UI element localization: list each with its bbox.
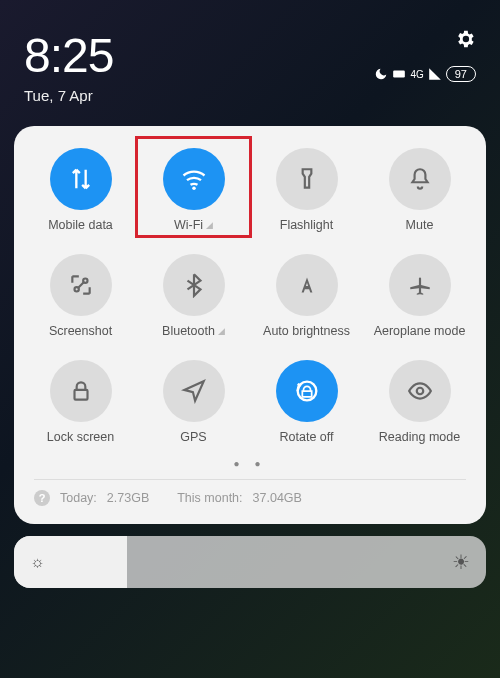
- tile-screenshot[interactable]: Screenshot: [28, 254, 133, 338]
- brightness-high-icon: ☀: [452, 550, 470, 574]
- status-bar: 8:25 Tue, 7 Apr 4G 97: [0, 0, 500, 104]
- tile-label: Aeroplane mode: [374, 324, 466, 338]
- quick-settings-panel: Mobile data Wi-Fi◢ Flashlight Mute Scree…: [14, 126, 486, 524]
- brightness-slider[interactable]: ☼ ☀: [14, 536, 486, 588]
- tile-label: Screenshot: [49, 324, 112, 338]
- svg-point-6: [416, 388, 423, 395]
- tile-label: Flashlight: [280, 218, 334, 232]
- mobile-data-icon: [67, 165, 95, 193]
- tile-label: Auto brightness: [263, 324, 350, 338]
- data-usage-row[interactable]: ? Today: 2.73GB This month: 37.04GB: [28, 490, 472, 512]
- tile-mute[interactable]: Mute: [367, 148, 472, 232]
- bell-icon: [407, 166, 433, 192]
- tile-label: Lock screen: [47, 430, 114, 444]
- tile-label: GPS: [180, 430, 206, 444]
- location-icon: [181, 378, 207, 404]
- flashlight-icon: [294, 166, 320, 192]
- tile-label: Bluetooth: [162, 324, 215, 338]
- tile-grid: Mobile data Wi-Fi◢ Flashlight Mute Scree…: [28, 148, 472, 444]
- expand-icon: ◢: [218, 326, 225, 336]
- settings-button[interactable]: [454, 28, 476, 54]
- battery-level: 97: [446, 66, 476, 82]
- screenshot-icon: [68, 272, 94, 298]
- eye-icon: [407, 378, 433, 404]
- tile-rotate-off[interactable]: Rotate off: [254, 360, 359, 444]
- tile-lock-screen[interactable]: Lock screen: [28, 360, 133, 444]
- divider: [34, 479, 466, 480]
- tile-label: Rotate off: [280, 430, 334, 444]
- clock-date: Tue, 7 Apr: [24, 87, 113, 104]
- tile-label: Mute: [406, 218, 434, 232]
- signal-icon: [428, 67, 442, 81]
- brightness-low-icon: ☼: [30, 553, 45, 571]
- tile-wifi[interactable]: Wi-Fi◢: [141, 148, 246, 232]
- usage-today-value: 2.73GB: [107, 491, 149, 505]
- usage-month-value: 37.04GB: [253, 491, 302, 505]
- page-indicator[interactable]: ● ●: [28, 444, 472, 479]
- tile-label: Reading mode: [379, 430, 460, 444]
- tile-auto-brightness[interactable]: Auto brightness: [254, 254, 359, 338]
- status-icons: 4G 97: [374, 66, 476, 82]
- tile-aeroplane-mode[interactable]: Aeroplane mode: [367, 254, 472, 338]
- clock-block: 8:25 Tue, 7 Apr: [24, 28, 113, 104]
- tile-mobile-data[interactable]: Mobile data: [28, 148, 133, 232]
- svg-rect-4: [74, 390, 87, 400]
- usage-month-label: This month:: [177, 491, 242, 505]
- airplane-icon: [407, 272, 433, 298]
- auto-brightness-icon: [294, 272, 320, 298]
- svg-point-1: [192, 187, 196, 191]
- tile-bluetooth[interactable]: Bluetooth◢: [141, 254, 246, 338]
- info-icon: ?: [34, 490, 50, 506]
- usage-today-label: Today:: [60, 491, 97, 505]
- moon-icon: [374, 67, 388, 81]
- tile-reading-mode[interactable]: Reading mode: [367, 360, 472, 444]
- expand-icon: ◢: [206, 220, 213, 230]
- clock-time: 8:25: [24, 28, 113, 83]
- svg-rect-0: [394, 71, 406, 78]
- lock-icon: [68, 378, 94, 404]
- tile-label: Mobile data: [48, 218, 113, 232]
- tile-label: Wi-Fi: [174, 218, 203, 232]
- volte-icon: [392, 67, 406, 81]
- wifi-icon: [180, 165, 208, 193]
- network-label: 4G: [410, 69, 423, 80]
- tile-flashlight[interactable]: Flashlight: [254, 148, 359, 232]
- tile-gps[interactable]: GPS: [141, 360, 246, 444]
- rotate-lock-icon: [293, 377, 321, 405]
- bluetooth-icon: [181, 272, 207, 298]
